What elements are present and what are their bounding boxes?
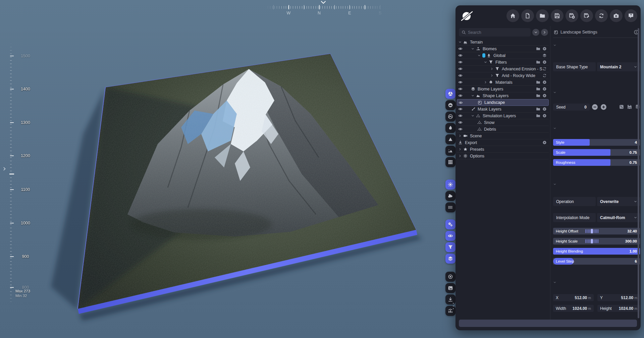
height-blending-slider[interactable]: Height Blending1.00: [553, 248, 640, 255]
record-button[interactable]: [445, 272, 455, 282]
tree-row-options[interactable]: Options: [457, 153, 549, 159]
expander-chevron-down[interactable]: [484, 60, 489, 64]
plus-button[interactable]: [542, 140, 547, 145]
area-x-field[interactable]: X512.00m: [553, 294, 594, 301]
visibility-toggle[interactable]: [458, 93, 465, 98]
seed-increment-button[interactable]: [600, 104, 607, 111]
search-input[interactable]: Search: [459, 28, 531, 37]
mountain-circle-button[interactable]: [445, 100, 455, 110]
height-offset-field[interactable]: Height Offset 32.40: [553, 228, 640, 234]
gears-button[interactable]: [445, 219, 455, 229]
home-button[interactable]: [506, 9, 519, 22]
expander-chevron-down[interactable]: [458, 40, 463, 44]
seed-decrement-button[interactable]: [591, 104, 598, 111]
plus-button[interactable]: [542, 107, 547, 111]
expander-chevron-right[interactable]: [490, 74, 495, 77]
app-logo[interactable]: [460, 9, 474, 22]
eye-button[interactable]: [445, 231, 455, 241]
section-heading[interactable]: [553, 281, 559, 284]
sync-button[interactable]: [542, 73, 547, 78]
section-heading[interactable]: [553, 91, 559, 94]
compass[interactable]: WNES: [265, 0, 384, 17]
tree-row-presets[interactable]: Presets: [457, 146, 549, 153]
visibility-toggle[interactable]: [458, 120, 465, 125]
visibility-toggle[interactable]: [458, 87, 465, 91]
save-edit-button[interactable]: [580, 9, 593, 22]
folder-button[interactable]: [536, 114, 540, 118]
folder-button[interactable]: [536, 107, 540, 111]
camera-button[interactable]: [610, 9, 623, 22]
funnel-button[interactable]: [445, 242, 455, 252]
help-button[interactable]: [625, 9, 637, 22]
expander-chevron-down[interactable]: [471, 47, 476, 51]
area-width-field[interactable]: Width1024.00m: [553, 305, 594, 312]
tree-row-arid-rocky-wide[interactable]: Arid - Rocky Wide: [457, 72, 549, 79]
plus-button[interactable]: [542, 60, 547, 64]
plus-button[interactable]: [542, 114, 547, 118]
visibility-toggle[interactable]: [459, 100, 465, 105]
terrain-disc-button[interactable]: [445, 89, 455, 99]
plus-button[interactable]: [542, 80, 547, 84]
folder-button[interactable]: [536, 60, 540, 64]
area-height-field[interactable]: Height1024.00m: [597, 305, 640, 312]
triangle-button[interactable]: [445, 134, 455, 144]
tree-row-scene[interactable]: Scene: [457, 133, 549, 139]
expander-chevron-right[interactable]: [458, 134, 463, 138]
left-panel-expand-button[interactable]: [2, 165, 8, 172]
level-step-slider[interactable]: Level Step6: [553, 258, 640, 265]
flame-button[interactable]: [445, 123, 455, 133]
folder-button[interactable]: [536, 93, 540, 98]
folder-button[interactable]: [536, 47, 540, 51]
visibility-toggle[interactable]: [458, 60, 465, 64]
seed-field[interactable]: Seed0: [553, 104, 590, 111]
tree-row-shape-layers[interactable]: Shape Layers: [457, 92, 549, 99]
interpolation-mode-dropdown[interactable]: Catmull-Rom: [597, 213, 640, 222]
tree-row-debris[interactable]: Debris: [457, 126, 549, 133]
save-button[interactable]: [551, 9, 564, 22]
scale-slider[interactable]: Scale 0.75: [553, 149, 640, 156]
expander-chevron-right[interactable]: [484, 80, 489, 84]
tree-row-terrain[interactable]: Terrain: [457, 39, 549, 46]
operation-dropdown[interactable]: Overwrite: [597, 197, 640, 206]
plus-button[interactable]: [542, 47, 547, 51]
tree-expand-all-button[interactable]: [541, 29, 548, 36]
expander-chevron-down[interactable]: [471, 114, 476, 118]
save-solid-button[interactable]: [627, 104, 632, 110]
expander-chevron-down[interactable]: [471, 94, 476, 97]
folder-button[interactable]: [536, 87, 540, 91]
visibility-toggle[interactable]: [458, 127, 465, 131]
image-button[interactable]: [445, 283, 455, 293]
tree-collapse-all-button[interactable]: [532, 29, 539, 36]
expander-chevron-down[interactable]: [477, 54, 482, 57]
cloud-button[interactable]: [445, 191, 455, 201]
tree-row-global[interactable]: Global: [457, 52, 549, 59]
visibility-toggle[interactable]: [458, 80, 465, 84]
tree-row-filters[interactable]: Filters: [457, 59, 549, 66]
layers-button[interactable]: [542, 53, 547, 58]
dice-button[interactable]: [619, 104, 624, 110]
visibility-toggle[interactable]: [458, 53, 465, 58]
mountain-circle-outline-button[interactable]: [445, 112, 455, 122]
value-scrubber[interactable]: [585, 239, 598, 244]
save-plus-button[interactable]: [566, 9, 578, 22]
visibility-toggle[interactable]: [458, 114, 465, 118]
panel-resize-handle[interactable]: [453, 303, 454, 309]
visibility-toggle[interactable]: [458, 47, 465, 51]
grid-button[interactable]: [445, 157, 455, 167]
section-heading[interactable]: [553, 127, 559, 130]
rocks-button[interactable]: [445, 146, 455, 156]
tree-row-simulation-layers[interactable]: Simulation Layers: [457, 113, 549, 119]
area-y-field[interactable]: Y512.00m: [597, 294, 640, 301]
tree-row-materials[interactable]: Materials: [457, 79, 549, 86]
color-swatch[interactable]: [482, 53, 485, 58]
tree-row-landscape[interactable]: Landscape: [457, 99, 549, 106]
sun-button[interactable]: [445, 180, 455, 190]
tree-row-mask-layers[interactable]: Mask Layers: [457, 106, 549, 113]
plus-button[interactable]: [542, 93, 547, 98]
open-folder-button[interactable]: [536, 9, 549, 22]
folder-button[interactable]: [536, 80, 540, 84]
tree-row-export[interactable]: Export: [457, 139, 549, 146]
visibility-toggle[interactable]: [458, 107, 465, 111]
fog-button[interactable]: [445, 202, 455, 212]
expander-chevron-right[interactable]: [458, 147, 463, 151]
